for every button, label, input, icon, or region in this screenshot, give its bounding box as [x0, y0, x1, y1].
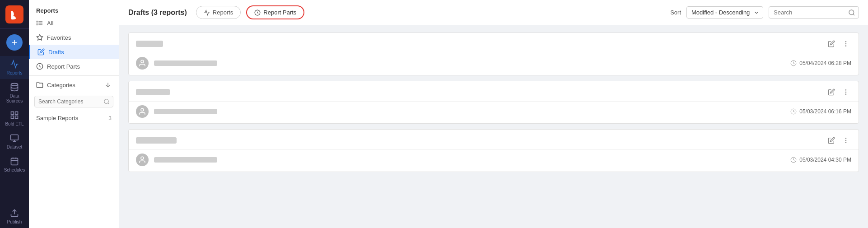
more-button-1[interactable] — [840, 38, 851, 49]
report-thumb-2 — [136, 89, 170, 95]
clock-icon-3 — [790, 157, 797, 163]
svg-point-29 — [845, 43, 846, 44]
nav-item-boldetl[interactable]: Bold ETL — [0, 107, 29, 130]
edit-button-2[interactable] — [826, 87, 837, 98]
svg-point-40 — [845, 142, 846, 143]
report-parts-icon — [36, 63, 43, 70]
search-input[interactable] — [769, 6, 859, 19]
publish-icon — [10, 209, 19, 218]
report-card: 05/04/2024 06:28 PM — [128, 33, 859, 75]
nav-label-publish: Publish — [7, 219, 22, 224]
report-datetime-1: 05/04/2024 06:28 PM — [799, 60, 851, 66]
report-name-blur-3 — [154, 157, 217, 163]
folder-icon — [36, 81, 43, 88]
nav-label-boldetl: Bold ETL — [5, 121, 23, 126]
edit-icon-3 — [828, 137, 835, 144]
more-icon-1 — [842, 40, 849, 47]
categories-label: Categories — [47, 82, 75, 88]
sidebar-categories-row[interactable]: Categories — [29, 78, 119, 92]
report-meta-2: 05/03/2024 06:16 PM — [790, 108, 851, 115]
search-categories-container — [34, 96, 113, 107]
page-title: Drafts (3 reports) — [128, 9, 187, 17]
datasources-icon — [10, 83, 19, 92]
more-button-2[interactable] — [840, 87, 851, 98]
sidebar-label-drafts: Drafts — [48, 49, 64, 56]
report-datetime-2: 05/03/2024 06:16 PM — [799, 108, 851, 115]
svg-point-17 — [37, 21, 37, 21]
nav-label-datasources: Data Sources — [2, 93, 27, 103]
avatar-icon-2 — [138, 107, 146, 116]
sort-label: Sort — [670, 9, 681, 16]
clock-icon-2 — [790, 108, 797, 115]
sample-reports-count: 3 — [108, 115, 112, 121]
svg-point-31 — [141, 60, 144, 63]
svg-point-35 — [845, 94, 846, 94]
svg-rect-6 — [11, 135, 19, 140]
edit-button-1[interactable] — [826, 38, 837, 49]
svg-point-36 — [141, 108, 144, 111]
more-button-3[interactable] — [840, 135, 851, 146]
nav-item-publish[interactable]: Publish — [0, 205, 29, 228]
nav-label-dataset: Dataset — [7, 144, 22, 149]
search-categories-icon — [103, 98, 110, 105]
more-icon-3 — [842, 137, 849, 144]
svg-marker-20 — [37, 34, 42, 40]
svg-line-24 — [108, 103, 109, 104]
schedules-icon — [10, 157, 19, 166]
nav-item-reports[interactable]: Reports — [0, 56, 29, 79]
report-meta-3: 05/03/2024 04:30 PM — [790, 157, 851, 163]
sort-icon — [104, 81, 112, 88]
card-actions-3 — [826, 135, 851, 146]
sidebar-item-favorites[interactable]: Favorites — [29, 30, 119, 45]
report-meta-1: 05/04/2024 06:28 PM — [790, 60, 851, 66]
svg-rect-9 — [11, 158, 18, 165]
report-name-blur-2 — [154, 109, 217, 114]
sidebar: Reports All Favorites Drafts Report Part… — [29, 0, 119, 228]
sample-reports-label: Sample Reports — [36, 115, 78, 121]
clock-icon-1 — [790, 60, 797, 66]
edit-button-3[interactable] — [826, 135, 837, 146]
content-area: 05/04/2024 06:28 PM — [119, 25, 868, 228]
nav-item-schedules[interactable]: Schedules — [0, 153, 29, 176]
svg-point-1 — [11, 84, 18, 86]
nav-item-dataset[interactable]: Dataset — [0, 130, 29, 153]
report-avatar-1 — [136, 57, 149, 70]
svg-rect-0 — [7, 7, 22, 22]
sidebar-item-all[interactable]: All — [29, 16, 119, 30]
sidebar-divider — [29, 75, 119, 76]
svg-rect-2 — [11, 112, 14, 115]
svg-point-34 — [845, 92, 846, 92]
svg-point-41 — [141, 157, 144, 159]
report-card-bottom-3: 05/03/2024 04:30 PM — [129, 149, 859, 172]
main-content: Drafts (3 reports) Reports Report Parts … — [119, 0, 868, 228]
sidebar-section-title: Reports — [29, 4, 119, 16]
card-actions-1 — [826, 38, 851, 49]
search-icon[interactable] — [848, 9, 855, 16]
sidebar-item-sample-reports[interactable]: Sample Reports 3 — [29, 111, 119, 125]
nav-bar: + Reports Data Sources Bold ETL Dataset … — [0, 0, 29, 228]
tab-report-parts[interactable]: Report Parts — [246, 5, 304, 19]
report-card-top-2 — [129, 81, 859, 101]
logo-icon — [5, 5, 23, 23]
nav-item-datasources[interactable]: Data Sources — [0, 79, 29, 107]
svg-point-33 — [845, 90, 846, 90]
report-card-top-1 — [129, 33, 859, 53]
search-categories-wrap — [29, 92, 119, 111]
report-thumb-3 — [136, 137, 177, 144]
sidebar-label-all: All — [47, 20, 53, 27]
tab-reports[interactable]: Reports — [196, 6, 241, 19]
card-actions-2 — [826, 87, 851, 98]
top-bar: Drafts (3 reports) Reports Report Parts … — [119, 0, 868, 25]
reports-icon — [10, 60, 19, 69]
svg-point-30 — [845, 46, 846, 46]
sidebar-item-report-parts[interactable]: Report Parts — [29, 59, 119, 74]
report-card-top-3 — [129, 130, 859, 149]
add-button[interactable]: + — [6, 34, 23, 51]
tab-report-parts-icon — [254, 9, 261, 16]
search-categories-input[interactable] — [34, 96, 113, 107]
sort-select[interactable]: Modified - Descending Modified - Ascendi… — [686, 6, 763, 19]
sidebar-item-drafts[interactable]: Drafts — [29, 45, 119, 59]
report-avatar-2 — [136, 105, 149, 118]
svg-rect-5 — [11, 116, 14, 119]
sort-select-wrap: Modified - Descending Modified - Ascendi… — [686, 6, 763, 19]
